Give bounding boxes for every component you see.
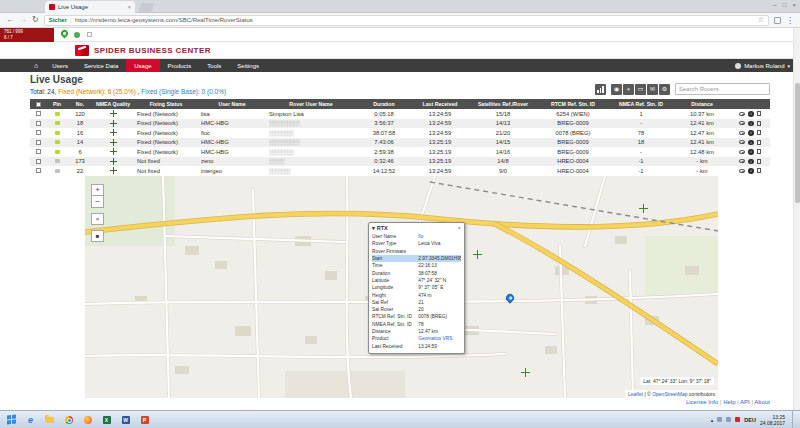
taskbar-chrome-icon[interactable] [60, 412, 77, 427]
row-checkbox[interactable] [36, 111, 41, 116]
extension-icon[interactable] [774, 17, 781, 24]
delete-icon[interactable] [757, 159, 761, 164]
taskbar-explorer-icon[interactable] [41, 412, 58, 427]
nav-item[interactable]: Tools [199, 59, 229, 72]
delete-icon[interactable] [757, 121, 761, 126]
settings-gear-icon[interactable]: ⚙ [659, 84, 670, 95]
info-icon[interactable]: i [748, 140, 754, 146]
refresh-icon[interactable]: ↻ [32, 16, 39, 24]
header-pin[interactable]: Pin [46, 99, 68, 109]
table-row[interactable]: 6 Fixed (Network) HMC-HBG ▒▒▒▒▒▒▒▒ 2:59:… [30, 147, 770, 157]
view-icon[interactable] [739, 150, 745, 154]
new-tab-button[interactable] [138, 3, 154, 12]
url-field[interactable]: Sicher | https://nrsdemo.leica-geosystem… [44, 15, 769, 26]
minimize-icon[interactable]: ─ [773, 2, 777, 8]
table-row[interactable]: 14 Fixed (Network) HMC-HBG ▒▒▒▒▒▒▒▒▒▒ 7:… [30, 138, 770, 148]
info-icon[interactable]: i [748, 149, 754, 155]
delete-icon[interactable] [757, 111, 761, 116]
table-row[interactable]: 173 Not fixed zeno ▒▒▒▒▒ 0:32:46 13:25:1… [30, 157, 770, 167]
taskbar-powerpoint-icon[interactable]: P [136, 412, 153, 427]
info-icon[interactable]: i [748, 111, 754, 117]
tray-network-icon[interactable] [717, 417, 722, 422]
delete-icon[interactable] [757, 130, 761, 135]
row-checkbox[interactable] [36, 121, 41, 126]
start-button[interactable] [2, 412, 20, 427]
header-no[interactable]: No. [68, 99, 92, 109]
zoom-out-button[interactable]: − [91, 196, 104, 208]
popup-caret-icon[interactable]: ▾ [372, 225, 375, 231]
popup-close-icon[interactable]: × [458, 225, 461, 231]
header-user-name[interactable]: User Name [198, 99, 266, 109]
view-icon[interactable] [739, 131, 745, 135]
header-distance[interactable]: Distance [674, 99, 730, 109]
rover-marker-fixed-4[interactable] [639, 204, 648, 213]
row-checkbox[interactable] [36, 140, 41, 145]
taskbar-firefox-icon[interactable] [79, 412, 96, 427]
view-icon[interactable] [739, 169, 745, 173]
table-row[interactable]: 18 Fixed (Network) HMC-HBG ▒▒▒▒▒▒▒▒▒▒ 3:… [30, 119, 770, 129]
row-checkbox[interactable] [36, 168, 41, 173]
header-nmea-ref[interactable]: NMEA Ref. Stn. ID [608, 99, 674, 109]
popup-row-value[interactable]: flo [418, 234, 461, 239]
header-rover-user-name[interactable]: Rover User Name [266, 99, 356, 109]
info-icon[interactable]: i [748, 121, 754, 127]
maximize-icon[interactable]: □ [783, 2, 787, 8]
row-checkbox[interactable] [36, 130, 41, 135]
header-satellites[interactable]: Satellites Ref./Rover [468, 99, 538, 109]
popup-row-value[interactable]: Geomatics VRS [418, 336, 461, 341]
rover-marker-fixed-1[interactable] [473, 250, 482, 259]
osm-link[interactable]: OpenStreetMap [652, 391, 687, 397]
language-indicator[interactable]: DEU [744, 417, 756, 423]
home-icon[interactable]: ⌂ [28, 59, 44, 72]
clear-selection-button[interactable]: × [91, 213, 104, 225]
delete-icon[interactable] [757, 140, 761, 145]
tray-volume-icon[interactable] [726, 417, 731, 422]
target-view-icon[interactable]: ⌖ [623, 84, 634, 95]
view-icon[interactable] [739, 140, 745, 144]
tray-app-icon[interactable] [735, 417, 740, 422]
window-close-icon[interactable]: × [792, 2, 796, 8]
footer-link[interactable]: About [750, 399, 770, 405]
chart-columns-icon[interactable] [595, 84, 606, 95]
nav-item[interactable]: Users [44, 59, 76, 72]
leaflet-link[interactable]: Leaflet [628, 391, 643, 397]
footer-link[interactable]: API [736, 399, 750, 405]
browser-menu-icon[interactable]: ⋮ [786, 16, 794, 25]
page-scrollbar[interactable] [793, 28, 800, 410]
view-icon[interactable] [739, 121, 745, 125]
marker-view-icon[interactable]: ◉ [611, 84, 622, 95]
view-icon[interactable] [739, 159, 745, 163]
search-rovers-input[interactable] [675, 83, 770, 95]
footer-link[interactable]: License Info [686, 399, 718, 405]
taskbar-clock[interactable]: 13:25 24.08.2017 [760, 414, 788, 426]
nav-item[interactable]: Settings [229, 59, 267, 72]
table-row[interactable]: 22 Not fixed intergeo ▒▒▒▒▒▒▒ 14:12:52 1… [30, 166, 770, 176]
rover-marker-fixed-3[interactable] [521, 368, 530, 377]
back-icon[interactable]: ← [6, 16, 14, 24]
header-duration[interactable]: Duration [356, 99, 412, 109]
url-text[interactable]: https://nrsdemo.leica-geosystems.com/SBC… [75, 17, 755, 23]
header-fixing-status[interactable]: Fixing Status [134, 99, 198, 109]
table-row[interactable]: 16 Fixed (Network) floc ▒▒▒▒▒▒▒▒ 38:07:5… [30, 128, 770, 138]
taskbar-excel-icon[interactable]: X [98, 412, 115, 427]
user-menu[interactable]: Markus Roland ▾ [725, 59, 800, 72]
header-nmea-quality[interactable]: NMEA Quality [92, 99, 134, 109]
mail-icon[interactable]: ✉ [647, 84, 658, 95]
info-icon[interactable]: i [748, 168, 754, 174]
delete-icon[interactable] [757, 149, 761, 154]
view-icon[interactable] [739, 112, 745, 116]
bookmark-star-icon[interactable]: ☆ [758, 16, 764, 24]
map-canvas[interactable]: + − × ■ ▾ RTX × User Name flo [85, 176, 718, 398]
extent-button[interactable]: ■ [91, 230, 104, 242]
secure-label[interactable]: Sicher [49, 17, 67, 23]
info-icon[interactable]: i [748, 159, 754, 165]
nav-item[interactable]: Usage [126, 59, 159, 72]
zoom-in-button[interactable]: + [91, 184, 104, 196]
forward-icon[interactable]: → [19, 16, 27, 24]
scrollbar-thumb[interactable] [795, 83, 800, 203]
screen-view-icon[interactable]: ▭ [635, 84, 646, 95]
tab-close-icon[interactable]: × [127, 4, 131, 10]
header-last-received[interactable]: Last Received [412, 99, 468, 109]
taskbar-ie-icon[interactable]: e [22, 412, 39, 427]
header-rtcm-ref[interactable]: RTCM Ref. Stn. ID [538, 99, 608, 109]
